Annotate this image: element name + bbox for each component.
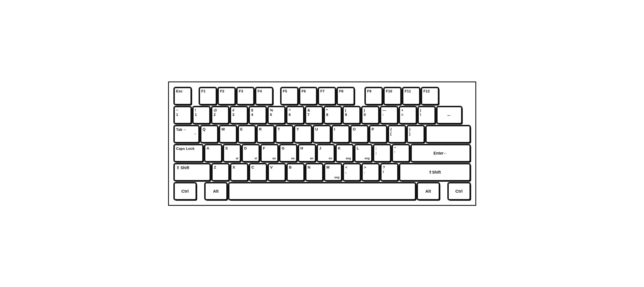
- key-x[interactable]: X: [231, 164, 248, 181]
- key-f4[interactable]: F4: [255, 87, 273, 105]
- key-equals[interactable]: + =: [399, 106, 417, 124]
- key-f2[interactable]: F2: [218, 87, 235, 105]
- key-tilde[interactable]: ~ 1: [174, 106, 191, 124]
- key-ctrl-right[interactable]: Ctrl: [448, 183, 470, 200]
- key-minus[interactable]: — -: [380, 106, 398, 124]
- key-capslock[interactable]: Caps Lock: [174, 144, 203, 162]
- key-c[interactable]: C: [249, 164, 267, 181]
- row-numbers: ~ 1 ! 1 @ 2 # 3 $ 4 % 5 ^ 6 & 7: [174, 106, 470, 124]
- row-asdf: Caps Lock A S ai D ei F ao G ou H an J e…: [174, 144, 470, 162]
- key-5[interactable]: % 5: [268, 106, 285, 124]
- key-a[interactable]: A: [204, 144, 222, 162]
- key-m[interactable]: M ong: [324, 164, 342, 181]
- key-f[interactable]: F ao: [261, 144, 278, 162]
- key-f3[interactable]: F3: [237, 87, 254, 105]
- key-2[interactable]: @ 2: [211, 106, 229, 124]
- key-f12[interactable]: F12: [421, 87, 439, 105]
- key-space[interactable]: [229, 183, 416, 200]
- key-b[interactable]: B: [287, 164, 304, 181]
- row-function: Esc F1 F2 F3 F4 F5 F6 F7 F8 F9 F10 F11 F…: [174, 87, 470, 105]
- key-4[interactable]: $ 4: [249, 106, 266, 124]
- key-u[interactable]: U: [313, 125, 331, 143]
- key-g[interactable]: G ou: [280, 144, 297, 162]
- key-f9[interactable]: F9: [365, 87, 382, 105]
- key-f8[interactable]: F8: [337, 87, 354, 105]
- key-z[interactable]: Z: [212, 164, 229, 181]
- key-t[interactable]: T: [276, 125, 293, 143]
- key-9[interactable]: ( 9: [343, 106, 360, 124]
- key-f1[interactable]: F1: [199, 87, 217, 105]
- key-rbracket[interactable]: } ]: [407, 125, 424, 143]
- row-qwerty: Tab ← → Q W E R T Y U I O P { [ } ]: [174, 125, 470, 143]
- key-f5[interactable]: F5: [281, 87, 298, 105]
- key-p[interactable]: P: [369, 125, 387, 143]
- key-quote[interactable]: " ': [392, 144, 410, 162]
- key-i[interactable]: I: [332, 125, 349, 143]
- key-v[interactable]: V: [268, 164, 285, 181]
- key-6[interactable]: ^ 6: [287, 106, 304, 124]
- key-shift-right[interactable]: ⇧Shift: [399, 164, 470, 181]
- key-f7[interactable]: F7: [318, 87, 336, 105]
- key-enter-top[interactable]: [426, 125, 470, 143]
- key-0[interactable]: ) 0: [362, 106, 379, 124]
- key-h[interactable]: H an: [298, 144, 316, 162]
- key-alt-left[interactable]: Alt: [205, 183, 227, 200]
- key-slash[interactable]: ? /: [381, 164, 398, 181]
- key-d[interactable]: D ei: [242, 144, 259, 162]
- key-lbracket[interactable]: { [: [388, 125, 406, 143]
- key-l[interactable]: L eng: [355, 144, 372, 162]
- key-backspace[interactable]: ←: [437, 106, 462, 124]
- key-backslash[interactable]: | \: [418, 106, 435, 124]
- key-1[interactable]: ! 1: [193, 106, 210, 124]
- key-w[interactable]: W: [219, 125, 237, 143]
- key-tab[interactable]: Tab ← →: [174, 125, 199, 143]
- key-o[interactable]: O: [351, 125, 368, 143]
- key-k[interactable]: K ang: [336, 144, 353, 162]
- row-zxcv: ⇧ Shift Z X C V B N M ong < , > . ? / ⇧S…: [174, 164, 470, 181]
- row-bottom: Ctrl Alt Alt Ctrl: [174, 183, 470, 200]
- key-j[interactable]: J en: [317, 144, 334, 162]
- key-esc[interactable]: Esc: [174, 87, 191, 105]
- key-e[interactable]: E: [238, 125, 255, 143]
- key-f10[interactable]: F10: [384, 87, 401, 105]
- key-alt-right[interactable]: Alt: [417, 183, 440, 200]
- key-f6[interactable]: F6: [299, 87, 317, 105]
- key-y[interactable]: Y: [294, 125, 312, 143]
- key-esc-label: Esc: [176, 89, 183, 93]
- key-comma[interactable]: < ,: [343, 164, 361, 181]
- key-period[interactable]: > .: [362, 164, 379, 181]
- key-8[interactable]: * 8: [324, 106, 341, 124]
- keyboard: Esc F1 F2 F3 F4 F5 F6 F7 F8 F9 F10 F11 F…: [168, 81, 476, 206]
- key-semicolon[interactable]: : ;: [373, 144, 391, 162]
- key-ctrl-left[interactable]: Ctrl: [174, 183, 196, 200]
- key-r[interactable]: R: [257, 125, 274, 143]
- key-q[interactable]: Q: [201, 125, 218, 143]
- key-enter[interactable]: Enter←: [411, 144, 470, 162]
- key-n[interactable]: N: [306, 164, 323, 181]
- key-shift-left[interactable]: ⇧ Shift: [174, 164, 210, 181]
- key-3[interactable]: # 3: [230, 106, 248, 124]
- key-f11[interactable]: F11: [403, 87, 420, 105]
- key-s[interactable]: S ai: [223, 144, 241, 162]
- key-7[interactable]: & 7: [305, 106, 323, 124]
